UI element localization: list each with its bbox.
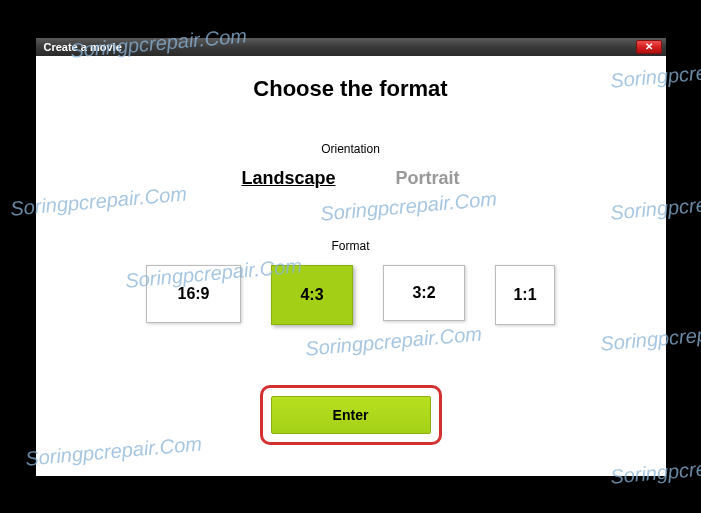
dialog-body: Choose the format Orientation Landscape …	[36, 56, 666, 476]
orientation-label: Orientation	[66, 142, 636, 156]
format-tile-3-2[interactable]: 3:2	[383, 265, 465, 321]
format-tile-1-1[interactable]: 1:1	[495, 265, 555, 325]
format-label: Format	[66, 239, 636, 253]
title-bar: Create a movie ✕	[36, 38, 666, 56]
close-button[interactable]: ✕	[636, 40, 662, 54]
orientation-landscape[interactable]: Landscape	[241, 168, 335, 189]
dialog-create-movie: Create a movie ✕ Choose the format Orien…	[36, 38, 666, 476]
actions-row: Enter	[66, 385, 636, 445]
window-title: Create a movie	[44, 41, 122, 53]
dialog-heading: Choose the format	[66, 76, 636, 102]
close-icon: ✕	[645, 42, 653, 52]
format-tile-16-9[interactable]: 16:9	[146, 265, 241, 323]
format-options: 16:9 4:3 3:2 1:1	[66, 265, 636, 325]
orientation-portrait[interactable]: Portrait	[396, 168, 460, 189]
enter-highlight: Enter	[260, 385, 442, 445]
orientation-options: Landscape Portrait	[66, 168, 636, 189]
enter-button[interactable]: Enter	[271, 396, 431, 434]
format-tile-4-3[interactable]: 4:3	[271, 265, 353, 325]
